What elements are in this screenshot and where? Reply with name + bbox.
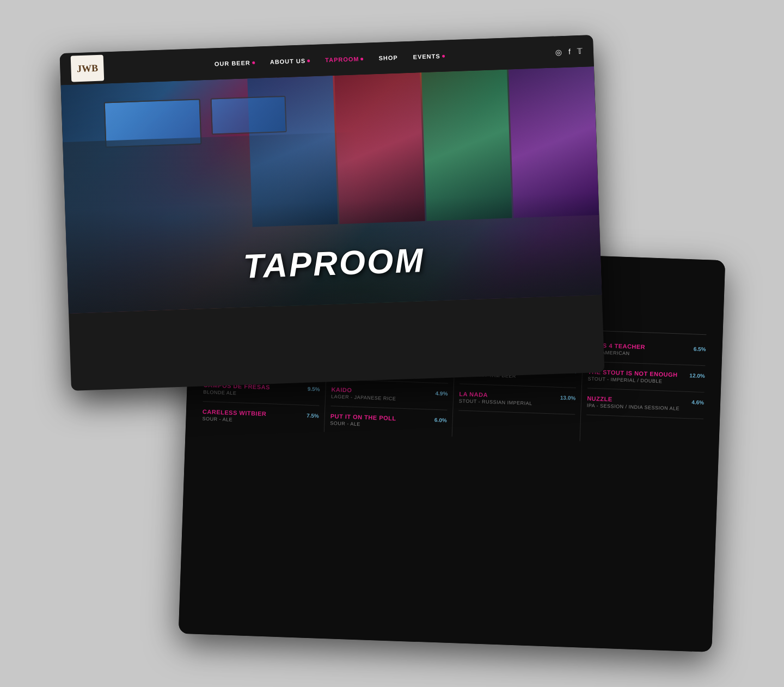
list-item: CARELESS WITBIER 7.5% SOUR - ALE	[202, 402, 320, 432]
list-item: NUZZLE 4.6% IPA - SESSION / INDIA SESSIO…	[586, 389, 705, 419]
nav-dropdown-dot-2	[307, 59, 310, 62]
list-item: THE STOUT IS NOT ENOUGH 12.0% STOUT - IM…	[587, 362, 706, 392]
beer-abv: 13.0%	[560, 395, 576, 401]
nav-our-beer[interactable]: OUR BEER	[215, 59, 255, 68]
nav-dropdown-dot-4	[442, 54, 445, 57]
beer-name: NUZZLE	[587, 395, 612, 403]
list-item: HOPS 4 TEACHER 6.5% IPA - AMERICAN	[589, 335, 707, 366]
tv-screen-2	[211, 95, 286, 134]
beer-name: LA NADA	[459, 390, 488, 398]
nav-dropdown-dot-3	[360, 57, 363, 60]
hero-title: TAPROOM	[242, 241, 425, 286]
list-item: PUT IT ON THE POLL 6.0% SOUR - ALE	[330, 406, 448, 436]
beer-abv: 6.0%	[434, 417, 447, 424]
list-item: LA NADA 13.0% STOUT - RUSSIAN IMPERIAL	[458, 384, 576, 414]
beer-abv: 9.5%	[308, 386, 320, 392]
instagram-icon[interactable]: ◎	[555, 47, 562, 56]
nav-links: OUR BEER ABOUT US TAPROOM SHOP EVENTS	[215, 53, 445, 68]
nav-shop[interactable]: SHOP	[378, 54, 398, 62]
nav-taproom[interactable]: TAPROOM	[325, 56, 364, 63]
beer-abv: 7.5%	[307, 413, 319, 419]
beer-abv: 6.5%	[694, 346, 706, 352]
beer-abv: 4.6%	[691, 399, 704, 406]
facebook-icon[interactable]: f	[568, 47, 571, 56]
nav-about-us[interactable]: ABOUT US	[270, 57, 310, 65]
twitter-icon[interactable]: 𝕋	[577, 47, 583, 56]
beer-abv: 4.9%	[435, 390, 448, 397]
scene-container: JWB OUR BEER ABOUT US TAPROOM SHOP	[65, 44, 719, 643]
nav-social: ◎ f 𝕋	[555, 47, 583, 57]
hero-section: TAPROOM	[61, 66, 602, 314]
nav-events[interactable]: EVENTS	[413, 53, 444, 60]
logo[interactable]: JWB	[71, 54, 105, 82]
beer-abv: 12.0%	[689, 372, 705, 379]
front-card: JWB OUR BEER ABOUT US TAPROOM SHOP	[59, 35, 604, 391]
nav-dropdown-dot	[252, 61, 255, 64]
list-item: KAIDO 4.9% LAGER - JAPANESE RICE	[330, 379, 448, 410]
beer-name: KAIDO	[331, 386, 352, 393]
